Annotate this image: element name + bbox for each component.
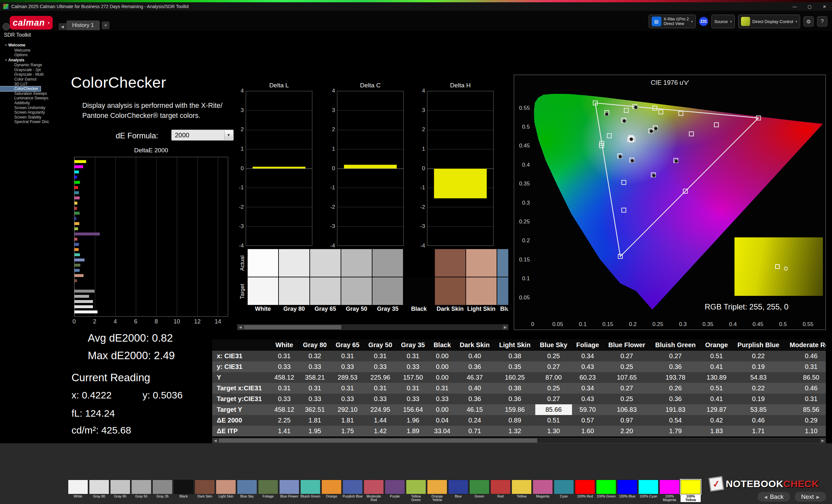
table-cell[interactable]: 1.83 (701, 426, 732, 437)
table-cell[interactable]: 0.71 (455, 426, 494, 437)
patch-purplish-blue[interactable]: Purplish Blue (342, 480, 363, 502)
patch-100-blue[interactable]: 100% Blue (617, 480, 637, 502)
table-cell[interactable]: 0.27 (603, 351, 650, 361)
patch-100-red[interactable]: 100% Red (575, 480, 595, 502)
table-cell[interactable]: 0.41 (701, 394, 732, 404)
scroll-left-icon[interactable]: ◀ (212, 438, 218, 443)
table-cell[interactable]: 0.33 (331, 361, 364, 372)
sidebar-item-color-gamut[interactable]: Color Gamut (0, 77, 64, 82)
display-control-dropdown[interactable]: Direct Display Control ▾ (738, 15, 800, 28)
table-cell[interactable]: 0.31 (396, 351, 429, 361)
table-cell[interactable]: 59.70 (572, 404, 603, 415)
table-cell[interactable]: 2.20 (603, 426, 650, 437)
strip-scroll-thumb[interactable] (244, 325, 341, 329)
patch-100-green[interactable]: 100% Green (596, 480, 616, 502)
table-cell[interactable]: 160.25 (494, 372, 535, 383)
table-cell[interactable]: 1.10 (784, 426, 826, 437)
table-cell[interactable]: 0.31 (784, 361, 826, 372)
table-cell[interactable]: 0.51 (701, 383, 732, 394)
table-cell[interactable]: 0.29 (784, 415, 826, 426)
strip-scrollbar[interactable]: ◀ ▶ (237, 325, 508, 330)
table-cell[interactable]: 2.25 (270, 415, 299, 426)
table-scroll-thumb[interactable] (219, 439, 537, 443)
patch-red[interactable]: Red (490, 480, 511, 502)
patch-blue[interactable]: Blue (448, 480, 468, 502)
table-cell[interactable]: 0.46 (784, 383, 826, 394)
table-cell[interactable]: 0.46 (784, 351, 826, 361)
table-cell[interactable]: 0.35 (494, 361, 535, 372)
sidebar-item-dynamic-range[interactable]: Dynamic Range (0, 63, 64, 67)
patch-white[interactable]: White (68, 480, 88, 502)
sidebar-collapse-button[interactable]: ◀ (59, 23, 66, 30)
sidebar-section-welcome[interactable]: ▾Welcome (0, 43, 64, 48)
sidebar-item-screen-angularity[interactable]: Screen Angularity (0, 110, 64, 115)
table-cell[interactable]: 0.31 (270, 383, 299, 394)
patch-gray-50[interactable]: Gray 50 (131, 480, 152, 502)
table-cell[interactable]: 1.41 (270, 426, 299, 437)
table-cell[interactable]: 0.27 (535, 394, 572, 404)
table-cell[interactable]: 191.83 (650, 404, 701, 415)
scroll-left-icon[interactable]: ◀ (238, 325, 243, 330)
table-cell[interactable]: 0.33 (396, 394, 429, 404)
table-cell[interactable]: 156.64 (396, 404, 429, 415)
sidebar-item-screen-uniformity[interactable]: Screen Uniformity (0, 106, 64, 110)
table-scrollbar[interactable]: ◀ ▶ (212, 438, 826, 443)
table-cell[interactable]: 46.37 (455, 372, 494, 383)
table-cell[interactable]: 1.95 (298, 426, 331, 437)
table-cell[interactable]: 53.85 (732, 404, 784, 415)
table-cell[interactable]: 0.31 (396, 383, 429, 394)
table-cell[interactable]: 0.33 (396, 361, 429, 372)
table-cell[interactable]: 0.26 (650, 383, 701, 394)
table-cell[interactable]: 224.95 (364, 404, 397, 415)
table-cell[interactable]: 0.25 (535, 383, 572, 394)
table-cell[interactable]: 362.51 (298, 404, 331, 415)
gear-icon[interactable]: ⚙ (803, 16, 814, 27)
table-cell[interactable]: 0.36 (455, 361, 494, 372)
scroll-right-icon[interactable]: ▶ (502, 325, 508, 330)
table-cell[interactable]: 0.89 (494, 415, 535, 426)
table-cell[interactable]: 0.34 (572, 383, 603, 394)
table-cell[interactable]: 129.87 (701, 404, 732, 415)
table-cell[interactable]: 157.50 (396, 372, 429, 383)
table-cell[interactable]: 0.33 (364, 361, 397, 372)
table-cell[interactable]: 193.78 (650, 372, 701, 383)
table-cell[interactable]: 107.65 (603, 372, 650, 383)
table-cell[interactable]: 1.42 (364, 426, 397, 437)
table-cell[interactable]: 0.33 (364, 394, 397, 404)
table-cell[interactable]: 0.97 (603, 415, 650, 426)
table-cell[interactable]: 0.00 (429, 404, 455, 415)
table-cell[interactable]: 0.33 (429, 394, 455, 404)
patch-blue-sky[interactable]: Blue Sky (237, 480, 257, 502)
table-cell[interactable]: 130.89 (701, 372, 732, 383)
table-cell[interactable]: 0.42 (701, 415, 732, 426)
table-cell[interactable]: 1.96 (396, 415, 429, 426)
table-cell[interactable]: 0.43 (572, 394, 603, 404)
sidebar-item-welcome[interactable]: Welcome (0, 48, 64, 53)
table-cell[interactable]: 0.38 (494, 351, 535, 361)
table-cell[interactable]: 0.00 (429, 361, 455, 372)
table-cell[interactable]: 0.54 (650, 415, 701, 426)
table-cell[interactable]: 0.46 (732, 415, 784, 426)
table-cell[interactable]: 0.33 (298, 361, 331, 372)
patch-purple[interactable]: Purple (385, 480, 405, 502)
sidebar-item-3d-lut[interactable]: 3D LUT (0, 82, 64, 87)
table-cell[interactable]: 0.31 (364, 383, 397, 394)
patch-gray-65[interactable]: Gray 65 (110, 480, 130, 502)
table-cell[interactable]: 0.22 (732, 383, 784, 394)
source-dropdown[interactable]: Source ▾ (711, 15, 735, 28)
patch-moderate-red[interactable]: Moderate Red (364, 480, 384, 502)
table-cell[interactable]: 54.83 (732, 372, 784, 383)
table-cell[interactable]: 1.79 (650, 426, 701, 437)
session-icon[interactable] (3, 23, 10, 30)
table-cell[interactable]: 0.31 (331, 383, 364, 394)
table-cell[interactable]: 0.31 (331, 351, 364, 361)
table-cell[interactable]: 0.33 (270, 361, 299, 372)
patch-yellow[interactable]: Yellow (512, 480, 532, 502)
de-formula-select[interactable]: 2000 ▼ (171, 130, 234, 141)
table-cell[interactable]: 33.04 (429, 426, 455, 437)
table-cell[interactable]: 0.40 (455, 351, 494, 361)
calman-logo-button[interactable]: calman ▾ (10, 16, 53, 30)
table-cell[interactable]: 86.50 (784, 372, 826, 383)
table-cell[interactable]: 0.41 (701, 361, 732, 372)
table-cell[interactable]: 0.33 (298, 394, 331, 404)
